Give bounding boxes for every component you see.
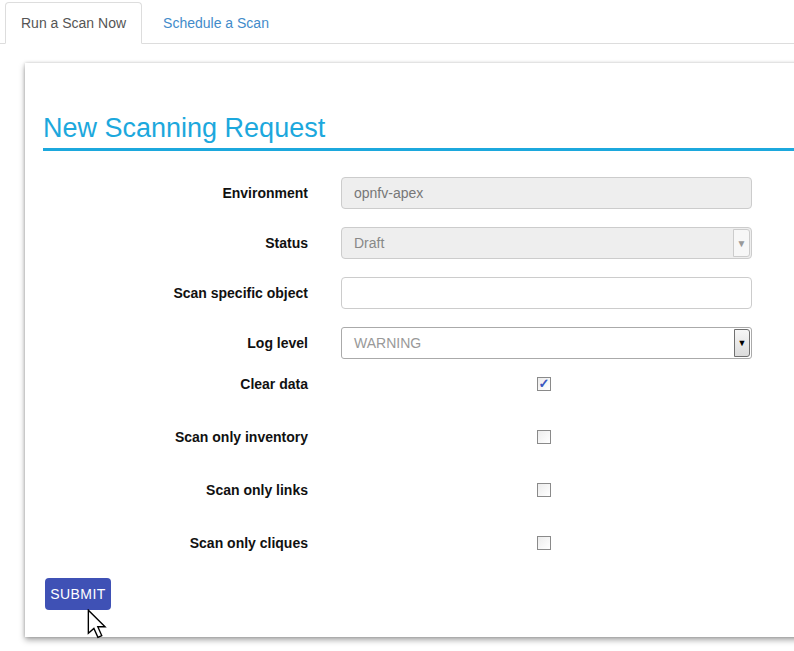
scan-only-inventory-row: Scan only inventory xyxy=(43,430,794,444)
scan-specific-object-input[interactable] xyxy=(341,277,752,309)
scan-only-links-checkbox[interactable] xyxy=(537,483,551,497)
clear-data-checkbox[interactable]: ✓ xyxy=(537,377,551,391)
status-label: Status xyxy=(43,235,308,251)
log-level-select[interactable]: WARNING ▼ xyxy=(341,327,752,359)
page-title: New Scanning Request xyxy=(43,113,794,151)
scan-specific-object-row: Scan specific object xyxy=(43,277,794,309)
check-icon: ✓ xyxy=(539,377,550,390)
scan-only-links-label: Scan only links xyxy=(43,482,308,498)
log-level-label: Log level xyxy=(43,335,308,351)
scan-only-cliques-row: Scan only cliques xyxy=(43,536,794,550)
environment-label: Environment xyxy=(43,185,308,201)
status-row: Status Draft ▼ xyxy=(43,227,794,259)
tab-schedule-a-scan[interactable]: Schedule a Scan xyxy=(147,2,285,44)
chevron-down-icon: ▼ xyxy=(734,329,750,357)
environment-input xyxy=(341,177,752,209)
new-scan-form: Environment Status Draft ▼ Scan specific… xyxy=(43,177,794,610)
log-level-select-value: WARNING xyxy=(354,335,421,351)
tab-run-a-scan-now[interactable]: Run a Scan Now xyxy=(5,2,142,44)
scan-only-inventory-label: Scan only inventory xyxy=(43,429,308,445)
status-select: Draft ▼ xyxy=(341,227,752,259)
scan-only-cliques-label: Scan only cliques xyxy=(43,535,308,551)
scan-only-cliques-checkbox[interactable] xyxy=(537,536,551,550)
scan-only-inventory-checkbox[interactable] xyxy=(537,430,551,444)
chevron-down-icon: ▼ xyxy=(733,229,750,257)
scan-specific-object-label: Scan specific object xyxy=(43,285,308,301)
scan-request-card: New Scanning Request Environment Status … xyxy=(25,63,794,637)
environment-row: Environment xyxy=(43,177,794,209)
clear-data-label: Clear data xyxy=(43,376,308,392)
scan-only-links-row: Scan only links xyxy=(43,483,794,497)
clear-data-row: Clear data ✓ xyxy=(43,377,794,391)
tab-bar: Run a Scan Now Schedule a Scan xyxy=(0,2,794,44)
status-select-value: Draft xyxy=(354,235,384,251)
log-level-row: Log level WARNING ▼ xyxy=(43,327,794,359)
submit-button[interactable]: SUBMIT xyxy=(45,578,111,610)
